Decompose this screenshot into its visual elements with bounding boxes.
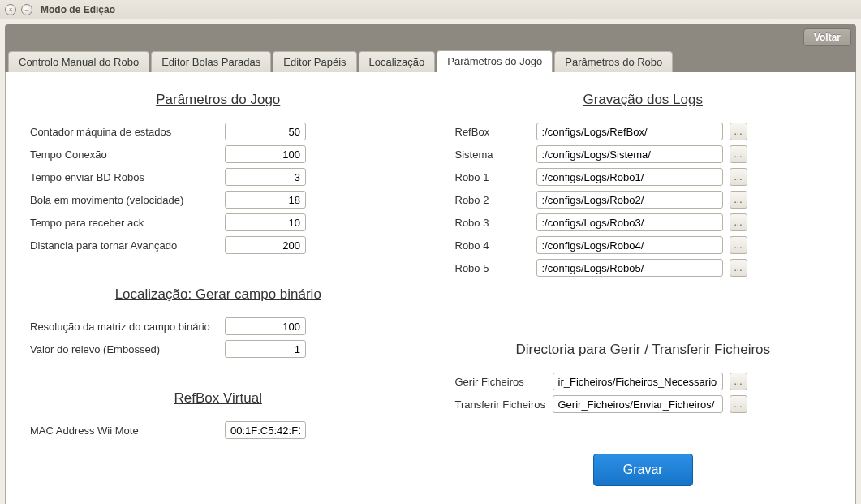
tab-localizacao[interactable]: Localização [359,51,436,72]
log-refbox-input[interactable] [536,123,723,140]
section-refbox-virtual: RefBox Virtual MAC Address Wii Mote [30,390,407,439]
field-label: Tempo enviar BD Robos [30,171,225,183]
section-gravacao-logs: Gravação dos Logs RefBox... Sistema... R… [455,92,832,277]
back-button[interactable]: Voltar [803,28,851,46]
field-label: RefBox [455,126,536,138]
log-sistema-input[interactable] [536,145,723,163]
ellipsis-icon: ... [734,217,742,228]
contador-maquina-input[interactable] [225,123,306,140]
browse-button[interactable]: ... [730,145,747,163]
browse-button[interactable]: ... [730,168,747,186]
tab-editor-bolas[interactable]: Editor Bolas Paradas [151,51,271,72]
section-title: Gravação dos Logs [455,92,832,108]
section-title: Localização: Gerar campo binário [30,286,407,303]
tab-label: Editor Bolas Paradas [161,56,260,68]
field-label: Robo 1 [455,171,536,183]
field-label: Tempo para receber ack [30,217,225,229]
ellipsis-icon: ... [734,262,742,274]
resolucao-matriz-input[interactable] [225,317,306,335]
tabstrip: Controlo Manual do Robo Editor Bolas Par… [5,50,856,72]
top-toolbar: Voltar [5,24,856,50]
tempo-ack-input[interactable] [225,213,306,231]
field-label: Tempo Conexão [30,149,225,161]
browse-button[interactable]: ... [730,123,747,140]
log-robo4-input[interactable] [536,236,723,254]
tab-parametros-jogo[interactable]: Parâmetros do Jogo [437,50,553,72]
ellipsis-icon: ... [734,149,742,160]
field-label: MAC Address Wii Mote [30,424,225,437]
section-title: Parâmetros do Jogo [30,92,407,108]
ellipsis-icon: ... [734,126,742,137]
titlebar: × – Modo de Edição [0,0,861,19]
log-robo5-input[interactable] [536,259,723,277]
log-robo3-input[interactable] [536,213,723,231]
log-robo2-input[interactable] [536,191,723,209]
section-localizacao: Localização: Gerar campo binário Resoluç… [30,286,407,358]
tab-label: Parâmetros do Robo [565,56,662,68]
field-label: Distancia para tornar Avançado [30,239,225,252]
browse-button[interactable]: ... [730,373,747,390]
field-label: Sistema [455,149,536,161]
ellipsis-icon: ... [734,194,742,205]
window-controls: × – [5,4,32,15]
log-robo1-input[interactable] [536,168,723,186]
ellipsis-icon: ... [734,171,742,183]
field-label: Resolução da matriz do campo binário [30,321,225,333]
field-label: Bola em movimento (velocidade) [30,194,225,206]
ellipsis-icon: ... [734,239,742,251]
browse-button[interactable]: ... [730,395,747,413]
tab-label: Controlo Manual do Robo [19,56,139,68]
section-parametros-jogo: Parâmetros do Jogo Contador máquina de e… [30,92,407,254]
field-label: Transferir Ficheiros [455,398,553,411]
field-label: Gerir Ficheiros [455,376,553,388]
field-label: Robo 5 [455,262,536,274]
field-label: Contador máquina de estados [30,126,225,138]
transferir-ficheiros-input[interactable] [553,395,723,413]
section-title: Directoria para Gerir / Transferir Fiche… [455,342,832,358]
tab-panel: Parâmetros do Jogo Contador máquina de e… [5,72,856,504]
tempo-conexao-input[interactable] [225,145,306,163]
mac-address-input[interactable] [225,421,306,439]
ellipsis-icon: ... [734,376,742,387]
field-label: Robo 4 [455,239,536,252]
browse-button[interactable]: ... [730,191,747,209]
field-label: Robo 2 [455,194,536,206]
tab-controlo-manual[interactable]: Controlo Manual do Robo [8,51,149,72]
save-button[interactable]: Gravar [593,454,693,486]
valor-relevo-input[interactable] [225,340,306,358]
field-label: Robo 3 [455,217,536,229]
field-label: Valor do relevo (Embossed) [30,343,225,355]
window-minimize-button[interactable]: – [21,4,32,15]
ellipsis-icon: ... [734,398,742,410]
tab-parametros-robo[interactable]: Parâmetros do Robo [554,51,673,72]
browse-button[interactable]: ... [730,213,747,231]
window-title: Modo de Edição [41,4,115,15]
browse-button[interactable]: ... [730,236,747,254]
tab-label: Editor Papéis [283,56,346,68]
window-close-button[interactable]: × [5,4,16,15]
tab-label: Localização [369,56,425,68]
section-directoria-ficheiros: Directoria para Gerir / Transferir Fiche… [455,342,832,413]
tab-label: Parâmetros do Jogo [447,55,542,67]
tempo-enviar-bd-input[interactable] [225,168,306,186]
browse-button[interactable]: ... [730,259,747,277]
gerir-ficheiros-input[interactable] [553,373,723,390]
tab-editor-papeis[interactable]: Editor Papéis [273,51,356,72]
section-title: RefBox Virtual [30,390,407,407]
distancia-avancado-input[interactable] [225,236,306,254]
bola-movimento-input[interactable] [225,191,306,209]
